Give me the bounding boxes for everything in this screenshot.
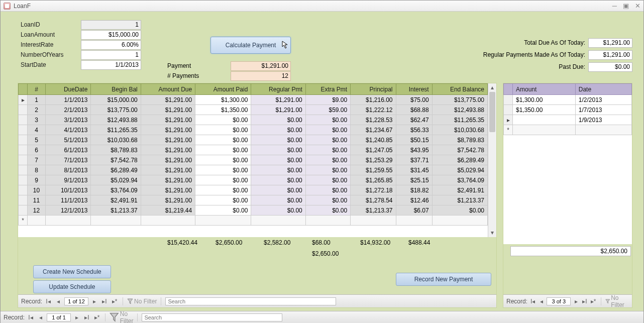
cell-beginbal[interactable]: $13,775.00 xyxy=(91,105,141,115)
cell-endbalance[interactable]: $2,491.91 xyxy=(432,185,487,195)
cell-principal[interactable]: $1,259.55 xyxy=(351,165,396,175)
cell-principal[interactable]: $1,272.18 xyxy=(351,185,396,195)
row-selector[interactable] xyxy=(19,205,28,216)
cell-date[interactable]: 1/2/2013 xyxy=(575,95,631,105)
nav-new-icon[interactable]: ▸* xyxy=(111,297,119,305)
nav-prev-icon[interactable]: ◂ xyxy=(538,297,545,305)
payments-col-header[interactable]: Date xyxy=(575,84,631,95)
cell-amountdue[interactable]: $1,291.00 xyxy=(141,175,195,185)
cell-endbalance[interactable]: $10,030.68 xyxy=(432,125,487,135)
cell-beginbal[interactable]: $1,213.37 xyxy=(91,205,141,216)
table-row[interactable]: 12 12/1/2013 $1,213.37 $1,219.44 $0.00 $… xyxy=(19,205,488,216)
table-row[interactable]: 11 11/1/2013 $2,491.91 $1,291.00 $0.00 $… xyxy=(19,195,488,205)
cell-amountpaid[interactable]: $0.00 xyxy=(195,195,251,205)
nav-position[interactable] xyxy=(547,297,571,305)
schedule-col-header[interactable]: # xyxy=(28,84,46,95)
schedule-col-header[interactable]: DueDate xyxy=(46,84,91,95)
cell-num[interactable]: 12 xyxy=(28,205,46,216)
cell-principal[interactable]: $1,265.85 xyxy=(351,175,396,185)
cell-amountdue[interactable]: $1,291.00 xyxy=(141,155,195,165)
cell-extrapmt[interactable]: $0.00 xyxy=(305,135,350,145)
minimize-icon[interactable]: ─ xyxy=(612,2,617,10)
cell-endbalance[interactable]: $6,289.49 xyxy=(432,155,487,165)
cell-regularpmt[interactable]: $0.00 xyxy=(251,195,305,205)
cell-extrapmt[interactable]: $0.00 xyxy=(305,195,350,205)
cell-num[interactable]: 4 xyxy=(28,125,46,135)
nav-last-icon[interactable]: ▸І xyxy=(581,297,588,305)
cell-interest[interactable]: $75.00 xyxy=(396,95,432,105)
nav-last-icon[interactable]: ▸І xyxy=(100,297,109,305)
cell-beginbal[interactable]: $7,542.78 xyxy=(91,155,141,165)
row-selector[interactable] xyxy=(19,125,28,135)
nav-filter[interactable]: No Filter xyxy=(110,310,133,324)
nav-new-icon[interactable]: ▸* xyxy=(590,297,597,305)
cell-extrapmt[interactable]: $0.00 xyxy=(305,145,350,155)
cell-amountpaid[interactable]: $0.00 xyxy=(195,205,251,216)
cell-principal[interactable]: $1,216.00 xyxy=(351,95,396,105)
cell-regularpmt[interactable]: $0.00 xyxy=(251,165,305,175)
schedule-col-header[interactable]: Amount Paid xyxy=(195,84,251,95)
cell-interest[interactable]: $6.07 xyxy=(396,205,432,216)
cell-amountpaid[interactable]: $0.00 xyxy=(195,145,251,155)
cell-interest[interactable]: $62.47 xyxy=(396,115,432,125)
scroll-thumb[interactable] xyxy=(489,92,495,132)
cell-regularpmt[interactable]: $1,291.00 xyxy=(251,105,305,115)
table-row[interactable]: 7 7/1/2013 $7,542.78 $1,291.00 $0.00 $0.… xyxy=(19,155,488,165)
cell-amountpaid[interactable]: $1,300.00 xyxy=(195,95,251,105)
cell-endbalance[interactable]: $0.00 xyxy=(432,205,487,216)
update-schedule-button[interactable]: Update Schedule xyxy=(33,280,111,293)
new-row[interactable] xyxy=(19,216,488,226)
cell-amountdue[interactable]: $1,291.00 xyxy=(141,135,195,145)
cell-regularpmt[interactable]: $0.00 xyxy=(251,145,305,155)
cell-duedate[interactable]: 8/1/2013 xyxy=(46,165,91,175)
cell-num[interactable]: 2 xyxy=(28,105,46,115)
table-row[interactable]: ▸ 1 1/1/2013 $15,000.00 $1,291.00 $1,300… xyxy=(19,95,488,105)
schedule-col-header[interactable]: Amount Due xyxy=(141,84,195,95)
cell-beginbal[interactable]: $10,030.68 xyxy=(91,135,141,145)
cell-interest[interactable]: $37.71 xyxy=(396,155,432,165)
cell-endbalance[interactable]: $1,213.37 xyxy=(432,195,487,205)
cell-duedate[interactable]: 7/1/2013 xyxy=(46,155,91,165)
cell-num[interactable]: 5 xyxy=(28,135,46,145)
cell-endbalance[interactable]: $12,493.88 xyxy=(432,105,487,115)
cell-duedate[interactable]: 2/1/2013 xyxy=(46,105,91,115)
row-selector[interactable] xyxy=(19,195,28,205)
nav-first-icon[interactable]: І◂ xyxy=(529,297,536,305)
cell-endbalance[interactable]: $13,775.00 xyxy=(432,95,487,105)
cell-principal[interactable]: $1,213.37 xyxy=(351,205,396,216)
cell-amountpaid[interactable]: $0.00 xyxy=(195,115,251,125)
row-selector[interactable] xyxy=(19,185,28,195)
nav-filter[interactable]: No Filter xyxy=(605,294,629,308)
nav-prev-icon[interactable]: ◂ xyxy=(54,297,62,305)
cell-duedate[interactable]: 5/1/2013 xyxy=(46,135,91,145)
cell-duedate[interactable]: 9/1/2013 xyxy=(46,175,91,185)
nav-last-icon[interactable]: ▸І xyxy=(83,313,91,321)
row-selector[interactable] xyxy=(19,105,28,115)
cell-endbalance[interactable]: $3,764.09 xyxy=(432,175,487,185)
numyears-field[interactable]: 1 xyxy=(81,50,141,60)
nav-search[interactable] xyxy=(165,297,336,305)
cell-amount[interactable] xyxy=(513,115,576,125)
cell-regularpmt[interactable]: $0.00 xyxy=(251,135,305,145)
cell-principal[interactable]: $1,278.54 xyxy=(351,195,396,205)
cell-amount[interactable]: $1,300.00 xyxy=(513,95,576,105)
table-row[interactable]: 6 6/1/2013 $8,789.83 $1,291.00 $0.00 $0.… xyxy=(19,145,488,155)
table-row[interactable]: 10 10/1/2013 $3,764.09 $1,291.00 $0.00 $… xyxy=(19,185,488,195)
cell-duedate[interactable]: 11/1/2013 xyxy=(46,195,91,205)
cell-interest[interactable]: $12.46 xyxy=(396,195,432,205)
cell-num[interactable]: 6 xyxy=(28,145,46,155)
nav-next-icon[interactable]: ▸ xyxy=(90,297,98,305)
schedule-col-header[interactable]: End Balance xyxy=(432,84,487,95)
table-row[interactable]: 3 3/1/2013 $12,493.88 $1,291.00 $0.00 $0… xyxy=(19,115,488,125)
cell-amountpaid[interactable]: $0.00 xyxy=(195,185,251,195)
cell-beginbal[interactable]: $15,000.00 xyxy=(91,95,141,105)
row-selector[interactable]: ▸ xyxy=(504,115,513,125)
cell-extrapmt[interactable]: $59.00 xyxy=(305,105,350,115)
cell-interest[interactable]: $25.15 xyxy=(396,175,432,185)
cell-amountdue[interactable]: $1,291.00 xyxy=(141,115,195,125)
table-row[interactable]: 9 9/1/2013 $5,029.94 $1,291.00 $0.00 $0.… xyxy=(19,175,488,185)
scroll-up-icon[interactable]: ▴ xyxy=(488,83,496,92)
cell-beginbal[interactable]: $6,289.49 xyxy=(91,165,141,175)
row-selector[interactable]: ▸ xyxy=(19,95,28,105)
nav-search[interactable] xyxy=(142,313,282,321)
